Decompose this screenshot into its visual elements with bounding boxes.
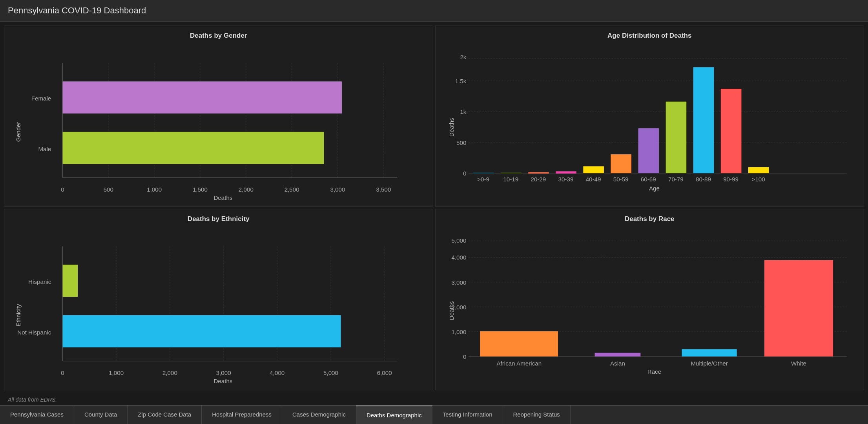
svg-text:3,500: 3,500 [376, 186, 391, 193]
svg-text:5,000: 5,000 [451, 237, 466, 244]
svg-rect-19 [63, 81, 342, 113]
svg-rect-91 [480, 331, 558, 356]
svg-text:Age: Age [649, 185, 659, 192]
svg-rect-74 [63, 265, 78, 297]
race-chart-area: Deaths 0 1,000 2,000 3,000 4,000 5,000 A… [443, 226, 856, 386]
tab-county-data[interactable]: County Data [74, 406, 128, 424]
svg-text:Not Hispanic: Not Hispanic [17, 329, 51, 336]
svg-rect-97 [764, 260, 833, 356]
svg-rect-21 [63, 132, 324, 164]
svg-text:3,000: 3,000 [216, 369, 231, 376]
svg-text:30-39: 30-39 [558, 176, 573, 183]
svg-text:Gender: Gender [15, 122, 22, 142]
svg-text:1k: 1k [460, 108, 466, 115]
svg-text:>0-9: >0-9 [477, 176, 489, 183]
footer-note: All data from EDRS. [0, 394, 868, 405]
race-chart-title: Deaths by Race [625, 215, 675, 223]
svg-text:3,000: 3,000 [451, 279, 466, 286]
svg-rect-36 [501, 173, 522, 173]
svg-text:Asian: Asian [610, 360, 625, 367]
svg-text:Deaths: Deaths [213, 194, 232, 201]
svg-text:Male: Male [38, 146, 51, 152]
svg-text:1,000: 1,000 [451, 329, 466, 335]
svg-text:2,000: 2,000 [162, 369, 177, 376]
tab-deaths-demographic[interactable]: Deaths Demographic [356, 406, 432, 424]
svg-text:20-29: 20-29 [531, 176, 546, 183]
svg-rect-95 [682, 349, 737, 356]
svg-text:6,000: 6,000 [377, 369, 392, 376]
svg-text:Deaths: Deaths [448, 118, 454, 137]
app-title: Pennsylvania COVID-19 Dashboard [0, 0, 868, 22]
svg-text:90-99: 90-99 [723, 176, 739, 183]
tab-zip-code[interactable]: Zip Code Case Data [128, 406, 202, 424]
tab-hospital-preparedness[interactable]: Hospital Preparedness [202, 406, 282, 424]
ethnicity-chart-area: Ethnicity 0 1,000 2,000 3,000 4,000 5,00… [12, 226, 425, 386]
svg-text:Multiple/Other: Multiple/Other [691, 360, 728, 367]
tab-bar: Pennsylvania Cases County Data Zip Code … [0, 405, 868, 424]
svg-text:1,000: 1,000 [147, 186, 162, 193]
svg-text:2,000: 2,000 [451, 304, 466, 311]
svg-text:4,000: 4,000 [270, 369, 284, 376]
main-content: Deaths by Gender Gender 0 500 1,000 1,50… [0, 22, 868, 394]
svg-text:3,000: 3,000 [330, 186, 345, 193]
svg-text:>100: >100 [751, 176, 765, 183]
tab-reopening-status[interactable]: Reopening Status [503, 406, 571, 424]
ethnicity-chart-panel: Deaths by Ethnicity Ethnicity 0 1,000 2,… [4, 209, 433, 390]
svg-text:1,500: 1,500 [193, 186, 208, 193]
svg-rect-54 [748, 167, 769, 173]
gender-chart-area: Gender 0 500 1,000 1,500 2,000 2,500 3,0… [12, 43, 425, 203]
svg-text:0: 0 [61, 186, 64, 193]
svg-text:50-59: 50-59 [613, 176, 628, 183]
svg-text:2,000: 2,000 [239, 186, 253, 193]
age-chart-area: Deaths 0 500 1k 1.5k 2k >0-9 10-19 [443, 43, 856, 203]
gender-chart-panel: Deaths by Gender Gender 0 500 1,000 1,50… [4, 26, 433, 207]
svg-text:70-79: 70-79 [668, 176, 683, 183]
svg-rect-52 [720, 89, 741, 173]
svg-text:Female: Female [31, 95, 51, 102]
svg-text:500: 500 [104, 186, 113, 193]
svg-rect-50 [693, 67, 714, 173]
svg-text:40-49: 40-49 [585, 176, 601, 183]
svg-rect-46 [638, 128, 659, 173]
svg-rect-76 [63, 315, 341, 347]
svg-text:500: 500 [456, 139, 466, 146]
svg-text:80-89: 80-89 [696, 176, 711, 183]
ethnicity-chart-title: Deaths by Ethnicity [188, 215, 250, 223]
svg-rect-38 [528, 172, 549, 174]
svg-text:0: 0 [61, 369, 64, 376]
svg-text:Hispanic: Hispanic [28, 278, 51, 285]
svg-text:4,000: 4,000 [451, 254, 466, 261]
svg-text:60-69: 60-69 [640, 176, 656, 183]
svg-text:1,000: 1,000 [109, 369, 124, 376]
svg-rect-34 [473, 173, 494, 173]
svg-rect-48 [666, 102, 686, 173]
svg-text:0: 0 [463, 353, 466, 360]
svg-text:1.5k: 1.5k [455, 78, 466, 84]
age-chart-title: Age Distribution of Deaths [607, 32, 691, 40]
svg-text:Ethnicity: Ethnicity [15, 304, 22, 327]
tab-cases-demographic[interactable]: Cases Demographic [282, 406, 356, 424]
svg-text:African American: African American [496, 360, 542, 367]
svg-text:5,000: 5,000 [323, 369, 338, 376]
svg-text:Deaths: Deaths [213, 378, 232, 384]
svg-text:Race: Race [647, 368, 661, 375]
svg-text:0: 0 [463, 170, 466, 177]
svg-rect-42 [583, 166, 604, 173]
svg-rect-93 [594, 353, 640, 356]
gender-chart-title: Deaths by Gender [190, 32, 247, 40]
svg-rect-44 [611, 154, 631, 173]
svg-rect-40 [556, 171, 576, 174]
svg-text:2,500: 2,500 [284, 186, 299, 193]
svg-text:2k: 2k [460, 54, 466, 60]
tab-pennsylvania-cases[interactable]: Pennsylvania Cases [0, 406, 74, 424]
race-chart-panel: Deaths by Race Deaths 0 1,000 2,000 3,00… [435, 209, 864, 390]
tab-testing-information[interactable]: Testing Information [432, 406, 503, 424]
age-chart-panel: Age Distribution of Deaths Deaths 0 500 … [435, 26, 864, 207]
svg-text:White: White [791, 360, 806, 367]
svg-text:10-19: 10-19 [503, 176, 518, 183]
